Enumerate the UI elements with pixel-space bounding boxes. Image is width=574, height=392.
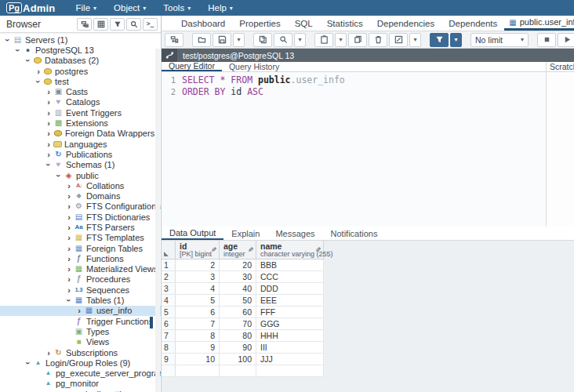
expand-arrow-icon[interactable] [64,296,74,304]
expand-arrow-icon[interactable] [64,255,74,263]
expand-arrow-icon[interactable] [44,151,53,158]
expand-arrow-icon[interactable] [64,245,74,252]
tree-item[interactable]: Catalogs [0,97,161,107]
menu-item[interactable]: Object ▾ [114,3,146,13]
tree-item[interactable]: Login/Group Roles (9) [0,358,161,368]
tree-item[interactable]: pg_read_all_settings [0,389,161,392]
cell-name[interactable]: EEE [256,295,324,306]
expand-arrow-icon[interactable] [64,275,74,283]
tree-item[interactable]: Collations [0,180,161,191]
cell-name[interactable]: III [256,342,324,353]
select-all-cell[interactable] [162,241,176,259]
expand-arrow-icon[interactable] [44,140,53,148]
cell-age[interactable]: 60 [220,307,256,318]
tree-item[interactable]: Casts [0,86,161,96]
cell-id[interactable]: 3 [176,271,220,282]
tree-item[interactable]: FTS Configurations [0,201,161,212]
edit-button[interactable] [389,33,408,47]
table-row[interactable]: 4 5 50 EEE [162,295,324,307]
copy-button[interactable] [253,33,272,47]
expand-arrow-icon[interactable] [44,129,53,137]
tree-item[interactable]: Tables (1) [0,295,161,305]
code-line[interactable]: 2 ORDER BY id ASC [162,86,546,98]
open-file-button[interactable] [192,33,211,47]
cell-name[interactable]: GGG [256,318,324,329]
open-query-tool-button[interactable] [165,33,183,47]
expand-arrow-icon[interactable] [64,213,74,221]
output-tab[interactable]: Messages [267,227,322,240]
execute-button[interactable] [558,33,574,47]
tree-item[interactable]: Databases (2) [0,56,161,66]
menu-item[interactable]: File ▾ [76,3,97,13]
table-row[interactable]: 6 7 70 GGG [162,318,324,330]
row-number-cell[interactable] [162,365,176,376]
expand-arrow-icon[interactable] [64,286,74,294]
main-tab[interactable]: Statistics [320,16,370,31]
expand-arrow-icon[interactable] [44,349,53,357]
column-header-name[interactable]: name character varying (255) ✎ [256,241,324,259]
edit-column-icon[interactable]: ✎ [315,246,322,254]
tree-item[interactable]: Foreign Tables [0,243,161,253]
cell-name[interactable]: HHH [256,330,324,341]
cell-age[interactable]: 70 [220,318,256,329]
save-menu-button[interactable]: ▾ [233,33,245,47]
expand-arrow-icon[interactable] [64,202,74,210]
table-row[interactable]: 9 10 100 JJJ [162,354,324,365]
cell-name[interactable]: FFF [256,307,324,318]
query-tool-tab-active[interactable]: ▦ public.user_info/test/postgres@Postgre… [504,16,574,31]
row-number-cell[interactable]: 8 [162,342,176,353]
tree-item[interactable]: postgres [0,66,161,76]
menu-item[interactable]: Help ▾ [208,3,233,13]
expand-arrow-icon[interactable] [44,161,53,169]
tab-query-history[interactable]: Query History [222,62,286,71]
tree-item[interactable]: Schemas (1) [0,160,161,170]
cell-name[interactable]: CCC [256,271,324,282]
code-line[interactable]: 1 SELECT * FROM public.user_info [162,74,546,86]
column-header-id[interactable]: id [PK] bigint ✎ [176,241,220,259]
connection-status[interactable] [162,49,177,62]
menu-item[interactable]: Tools ▾ [163,3,191,13]
tree-item[interactable]: pg_execute_server_program [0,368,161,379]
delete-button[interactable] [369,33,387,47]
paste-button[interactable] [314,33,333,47]
tab-query-editor[interactable]: Query Editor [162,62,222,71]
tree-item[interactable]: FTS Dictionaries [0,212,161,222]
table-row[interactable]: 8 9 90 III [162,342,324,354]
expand-arrow-icon[interactable] [34,67,43,75]
tree-item[interactable]: Servers (1) [0,34,161,45]
cell-id[interactable]: 4 [176,283,220,294]
scratch-pad[interactable] [546,72,574,227]
expand-arrow-icon[interactable] [64,234,74,241]
table-row[interactable]: 7 8 80 HHH [162,330,324,342]
tree-scrollbar[interactable] [155,49,160,392]
paste-menu-button[interactable]: ▾ [335,33,347,47]
cell-age[interactable]: 80 [220,330,256,341]
tree-item[interactable]: FTS Templates [0,233,161,243]
expand-arrow-icon[interactable] [64,182,74,190]
filter-button[interactable] [430,33,449,47]
tree-item[interactable]: Subscriptions [0,347,161,358]
table-row[interactable]: 2 3 30 CCC [162,271,324,283]
main-tab[interactable]: Dependencies [370,16,442,31]
row-number-cell[interactable]: 6 [162,318,176,329]
expand-arrow-icon[interactable] [64,223,74,231]
cell-name[interactable]: DDD [256,283,324,294]
expand-arrow-icon[interactable] [34,78,43,85]
cell-age[interactable] [220,365,256,376]
main-tab[interactable]: Dashboard [174,16,232,31]
tree-item[interactable]: pg_monitor [0,379,161,389]
expand-arrow-icon[interactable] [44,109,53,117]
tree-item[interactable]: PostgreSQL 13 [0,45,161,55]
main-tab[interactable]: Dependents [441,16,504,31]
duplicate-button[interactable] [348,33,367,47]
tree-item[interactable]: Types [0,326,161,336]
expand-arrow-icon[interactable] [24,359,33,367]
cell-age[interactable]: 30 [220,271,256,282]
tree-item[interactable]: user_info [0,306,161,316]
tree-item[interactable]: Procedures [0,274,161,285]
find-button[interactable] [274,33,292,47]
tree-item[interactable]: public [0,170,161,180]
row-number-cell[interactable]: 1 [162,260,176,270]
expand-arrow-icon[interactable] [64,192,74,200]
edit-column-icon[interactable]: ✎ [211,246,217,254]
